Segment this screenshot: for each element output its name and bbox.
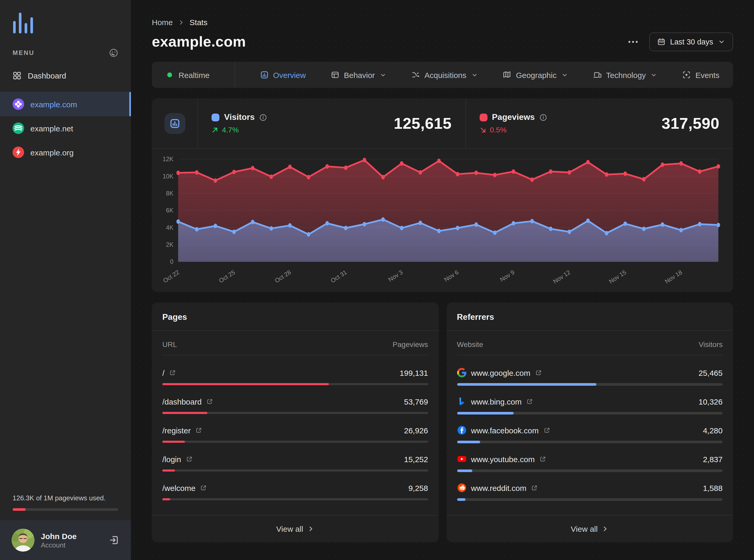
breadcrumb-current: Stats xyxy=(190,18,207,27)
account-panel[interactable]: John Doe Account xyxy=(0,520,131,560)
breadcrumb-home[interactable]: Home xyxy=(152,18,173,27)
external-link-icon[interactable] xyxy=(535,369,542,376)
table-row[interactable]: www.youtube.com 2,837 xyxy=(457,455,722,472)
site-list: example.com example.net example.org xyxy=(0,92,131,164)
tab-technology[interactable]: Technology xyxy=(593,71,657,79)
table-row[interactable]: /register 26,926 xyxy=(162,426,428,443)
info-icon[interactable] xyxy=(259,113,267,121)
table-row[interactable]: /login 15,252 xyxy=(162,455,428,472)
external-link-icon[interactable] xyxy=(186,456,193,462)
tabbar-divider xyxy=(235,62,235,88)
menu-label: MENU xyxy=(13,49,34,57)
usage-block: 126.3K of 1M pageviews used. xyxy=(0,494,131,520)
menu-options-icon[interactable] xyxy=(109,48,118,58)
pageviews-swatch xyxy=(479,113,487,121)
row-value: 4,280 xyxy=(703,426,722,435)
external-link-icon[interactable] xyxy=(539,456,546,463)
external-link-icon[interactable] xyxy=(543,427,550,434)
table-row[interactable]: /dashboard 53,769 xyxy=(162,397,428,414)
facebook-icon xyxy=(457,425,466,435)
sidebar-item-dashboard[interactable]: Dashboard xyxy=(0,65,131,86)
site-label: example.net xyxy=(31,124,73,133)
sidebar-item-example-com[interactable]: example.com xyxy=(0,92,131,116)
table-row[interactable]: www.reddit.com 1,588 xyxy=(457,483,722,501)
progress-fill xyxy=(162,498,170,500)
chevron-down-icon xyxy=(651,72,657,78)
chart-badge xyxy=(164,113,185,134)
chevron-right-icon xyxy=(602,526,609,533)
usage-text: 126.3K of 1M pageviews used. xyxy=(13,494,118,502)
waves-icon xyxy=(13,122,24,134)
table-row[interactable]: / 199,131 xyxy=(162,368,428,385)
external-link-icon[interactable] xyxy=(169,369,176,376)
svg-text:Oct 22: Oct 22 xyxy=(162,269,180,284)
youtube-icon xyxy=(457,455,466,464)
events-icon xyxy=(682,71,691,79)
external-link-icon[interactable] xyxy=(531,485,538,492)
info-icon[interactable] xyxy=(540,113,547,121)
svg-text:6K: 6K xyxy=(166,207,174,214)
svg-text:4K: 4K xyxy=(166,224,174,231)
tab-events[interactable]: Events xyxy=(682,71,719,79)
row-label: /dashboard xyxy=(162,397,201,406)
svg-text:Oct 25: Oct 25 xyxy=(217,269,236,284)
reddit-icon xyxy=(457,483,466,493)
progress-fill xyxy=(457,499,465,501)
col-visitors: Visitors xyxy=(699,340,722,349)
date-range-button[interactable]: Last 30 days xyxy=(649,33,733,51)
app-logo-icon[interactable] xyxy=(13,13,131,34)
geographic-icon xyxy=(503,71,511,79)
header-controls: Last 30 days xyxy=(627,33,733,51)
dashboard-grid-icon xyxy=(13,71,21,80)
table-row[interactable]: www.facebook.com 4,280 xyxy=(457,425,722,443)
row-value: 2,837 xyxy=(703,455,722,464)
site-label: example.org xyxy=(31,148,74,157)
tab-acquisitions[interactable]: Acquisitions xyxy=(411,71,478,79)
external-link-icon[interactable] xyxy=(195,427,202,434)
sidebar-item-example-org[interactable]: example.org xyxy=(0,140,131,164)
external-link-icon[interactable] xyxy=(206,398,213,405)
menu-section-header: MENU xyxy=(0,48,131,58)
behavior-icon xyxy=(331,71,339,79)
row-label: / xyxy=(162,368,165,377)
table-column-headers: URL Pageviews xyxy=(152,331,439,355)
svg-text:Oct 31: Oct 31 xyxy=(329,269,348,284)
table-row[interactable]: /welcome 9,258 xyxy=(162,483,428,500)
tab-overview[interactable]: Overview xyxy=(260,71,306,79)
traffic-line-chart: 02K4K6K8K10K12KOct 22Oct 25Oct 28Oct 31N… xyxy=(152,148,733,292)
sidebar-item-example-net[interactable]: example.net xyxy=(0,116,131,140)
date-range-label: Last 30 days xyxy=(670,38,713,46)
chevron-right-icon xyxy=(178,19,184,25)
table-row[interactable]: www.google.com 25,465 xyxy=(457,368,722,385)
progress-fill xyxy=(162,383,329,385)
sidebar: MENU Dashboard ex xyxy=(0,0,131,560)
usage-progress-track xyxy=(13,508,118,511)
view-all-button[interactable]: View all xyxy=(446,515,733,542)
acquisitions-icon xyxy=(411,71,420,79)
view-all-button[interactable]: View all xyxy=(152,515,439,542)
progress-track xyxy=(457,441,722,443)
more-options-button[interactable] xyxy=(627,38,639,46)
table-column-headers: Website Visitors xyxy=(446,331,733,355)
row-value: 25,465 xyxy=(698,368,722,377)
calendar-icon xyxy=(657,38,665,46)
row-label: www.google.com xyxy=(471,368,530,377)
tab-behavior[interactable]: Behavior xyxy=(331,71,386,79)
svg-text:10K: 10K xyxy=(162,173,174,180)
tab-geographic[interactable]: Geographic xyxy=(503,71,568,79)
svg-text:Oct 28: Oct 28 xyxy=(274,269,292,284)
site-label: example.com xyxy=(31,100,77,108)
tab-label: Events xyxy=(695,71,719,79)
svg-text:12K: 12K xyxy=(162,156,174,162)
external-link-icon[interactable] xyxy=(200,484,207,491)
bottom-cards: Pages URL Pageviews / 199,131 xyxy=(152,303,733,542)
sign-out-icon[interactable] xyxy=(109,535,119,545)
svg-text:Nov 3: Nov 3 xyxy=(387,269,404,283)
external-link-icon[interactable] xyxy=(526,398,533,405)
svg-text:8K: 8K xyxy=(166,190,174,197)
row-value: 199,131 xyxy=(400,368,428,377)
progress-track xyxy=(457,383,722,385)
table-row[interactable]: www.bing.com 10,326 xyxy=(457,397,722,414)
progress-track xyxy=(457,470,722,472)
tab-realtime[interactable]: Realtime xyxy=(166,71,210,79)
